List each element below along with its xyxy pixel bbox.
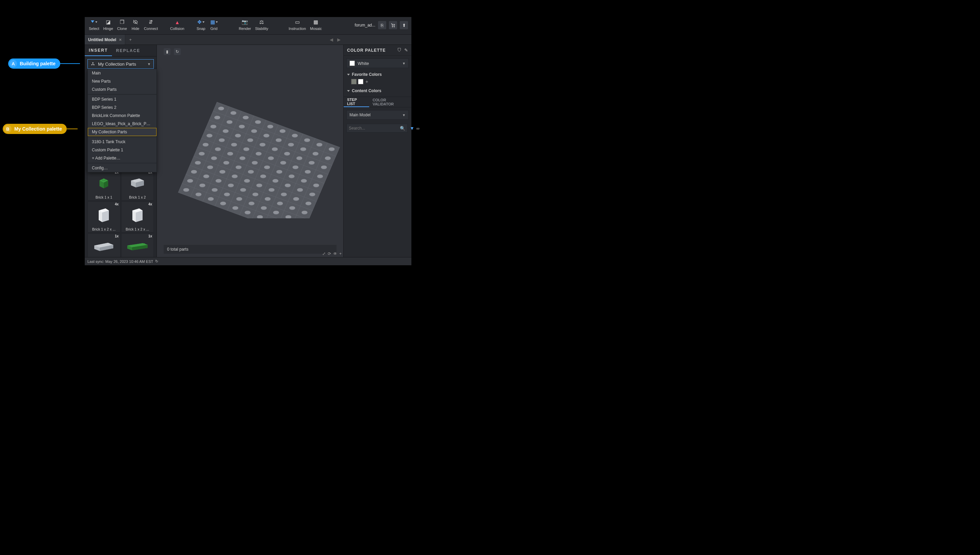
- favorite-colors-header[interactable]: Favorite Colors: [344, 71, 411, 78]
- dropdown-item-config[interactable]: Config…: [88, 164, 156, 172]
- viewport-3d[interactable]: ▮ ↻ 0 total parts ⤢ ⟳ 👁 +: [157, 45, 343, 257]
- svg-point-234: [249, 202, 254, 205]
- building-palette-select[interactable]: My Collection Parts ▼: [87, 59, 154, 69]
- mosaic-label: Mosaic: [310, 27, 322, 30]
- svg-point-100: [313, 152, 318, 156]
- clone-tool[interactable]: ❐ Clone: [115, 18, 129, 30]
- select-tool[interactable]: Select: [87, 18, 101, 30]
- part-card[interactable]: 1x Brick 1 x 6: [121, 233, 154, 257]
- current-color-select[interactable]: White ▼: [346, 58, 409, 68]
- dropdown-item-new-parts[interactable]: New Parts: [88, 77, 156, 85]
- content-colors-header[interactable]: Content Colors: [344, 87, 411, 95]
- render-tool[interactable]: 📷 Render: [237, 18, 253, 30]
- svg-point-246: [196, 192, 201, 196]
- part-card[interactable]: 1x Brick 1 x 4: [87, 233, 120, 257]
- dropdown-item-add-palette[interactable]: + Add Palette…: [88, 154, 156, 162]
- svg-point-34: [130, 245, 131, 246]
- mosaic-tool[interactable]: ▩ Mosaic: [308, 18, 324, 30]
- dropdown-item-custom-parts[interactable]: Custom Parts: [88, 85, 156, 93]
- instruction-tool[interactable]: ▭ Instruction: [286, 18, 308, 30]
- svg-point-130: [243, 147, 249, 151]
- hide-tool[interactable]: Hide: [129, 18, 142, 30]
- username-label[interactable]: forum_ad...: [355, 23, 375, 27]
- visibility-icon[interactable]: 👁: [333, 251, 337, 256]
- upload-button[interactable]: ⬆: [400, 21, 408, 29]
- instruction-label: Instruction: [289, 27, 306, 30]
- stability-tool[interactable]: ⚖ Stability: [253, 18, 270, 30]
- connect-tool[interactable]: ⇵ Connect: [142, 18, 160, 30]
- filter-palette-icon[interactable]: ⛉: [397, 48, 402, 53]
- hide-label: Hide: [132, 27, 140, 30]
- callout-letter: B: [4, 125, 11, 133]
- eyedropper-icon[interactable]: ✎: [404, 48, 408, 53]
- dropdown-item-tank[interactable]: 3180-1 Tank Truck: [88, 138, 156, 146]
- search-icon: 🔍: [400, 126, 405, 131]
- dropdown-item-lego-ideas[interactable]: LEGO_Ideas_Pick_a_Brick_Palette_...: [88, 120, 156, 128]
- collapse-icon[interactable]: ⤢: [322, 251, 326, 256]
- svg-point-108: [235, 134, 241, 137]
- svg-point-35: [132, 245, 134, 246]
- svg-point-228: [212, 188, 217, 191]
- close-icon[interactable]: ×: [119, 37, 122, 42]
- svg-point-176: [273, 179, 278, 183]
- dropdown-item-bdp1[interactable]: BDP Series 1: [88, 95, 156, 103]
- model-select[interactable]: Main Model ▼: [346, 110, 409, 120]
- step-search-input[interactable]: 🔍: [346, 124, 408, 133]
- render-label: Render: [239, 27, 251, 30]
- hinge-tool[interactable]: ◪ Hinge: [101, 18, 116, 30]
- goggles-icon[interactable]: ∞: [416, 126, 419, 131]
- svg-point-236: [261, 206, 267, 210]
- hinge-label: Hinge: [103, 27, 113, 30]
- svg-point-114: [272, 147, 278, 151]
- color-palette-header: COLOR PALETTE ⛉ ✎: [344, 45, 411, 56]
- dropdown-item-main[interactable]: Main: [88, 69, 156, 77]
- svg-point-252: [232, 206, 238, 210]
- import-button[interactable]: ⎘: [378, 21, 386, 29]
- nav-prev-icon[interactable]: ◀: [328, 35, 335, 45]
- camera-toggle-icon[interactable]: ▮: [164, 48, 170, 55]
- cart-button[interactable]: [389, 21, 397, 29]
- part-card[interactable]: 4x Brick 1 x 2 x ...: [87, 201, 120, 233]
- sync-refresh-icon[interactable]: ↻: [155, 259, 158, 263]
- part-card[interactable]: 2x Brick 1 x 1: [87, 169, 120, 201]
- svg-point-124: [207, 134, 212, 137]
- svg-point-12: [134, 180, 137, 181]
- favorite-swatch[interactable]: [358, 79, 363, 84]
- svg-point-202: [305, 202, 312, 205]
- svg-point-178: [285, 184, 291, 187]
- reload-view-icon[interactable]: ↻: [174, 48, 181, 55]
- nav-next-icon[interactable]: ▶: [335, 35, 343, 45]
- document-tab[interactable]: Untitled Model ×: [85, 35, 125, 45]
- book-icon: ▭: [295, 19, 300, 25]
- tab-replace[interactable]: REPLACE: [112, 45, 144, 56]
- svg-point-232: [236, 197, 242, 201]
- svg-point-254: [245, 211, 251, 214]
- dropdown-item-bdp2[interactable]: BDP Series 2: [88, 103, 156, 112]
- svg-point-244: [183, 188, 189, 191]
- grid-tool[interactable]: ▦ Grid: [207, 18, 220, 30]
- tab-insert[interactable]: INSERT: [85, 45, 112, 56]
- dropdown-item-bricklink-common[interactable]: BrickLink Common Palette: [88, 112, 156, 120]
- dropdown-item-my-collection[interactable]: My Collection Parts: [88, 128, 156, 136]
- dropdown-item-custom-palette-1[interactable]: Custom Palette 1: [88, 146, 156, 154]
- filter-icon[interactable]: ▼: [410, 125, 414, 131]
- tab-color-validator[interactable]: COLOR VALIDATOR: [369, 97, 411, 107]
- collision-tool[interactable]: ▲ Collision: [168, 18, 186, 30]
- clone-icon: ❐: [120, 19, 124, 25]
- svg-point-180: [297, 188, 303, 191]
- search-field[interactable]: [349, 126, 400, 131]
- svg-point-218: [277, 202, 283, 205]
- color-swatch-icon: [349, 61, 355, 66]
- part-card[interactable]: 2x Brick 1 x 2: [121, 169, 154, 201]
- svg-point-144: [203, 143, 209, 146]
- tab-step-list[interactable]: STEP LIST: [344, 97, 369, 107]
- favorite-swatch[interactable]: [351, 79, 357, 84]
- add-favorite-icon[interactable]: +: [365, 79, 368, 84]
- refresh-icon[interactable]: ⟳: [328, 251, 331, 256]
- warning-icon: ▲: [175, 19, 180, 25]
- add-view-icon[interactable]: +: [339, 251, 342, 256]
- part-card[interactable]: 4x Brick 1 x 2 x ...: [121, 201, 154, 233]
- add-tab-button[interactable]: +: [125, 35, 135, 45]
- svg-point-90: [251, 129, 257, 133]
- snap-tool[interactable]: ✥ Snap: [194, 18, 207, 30]
